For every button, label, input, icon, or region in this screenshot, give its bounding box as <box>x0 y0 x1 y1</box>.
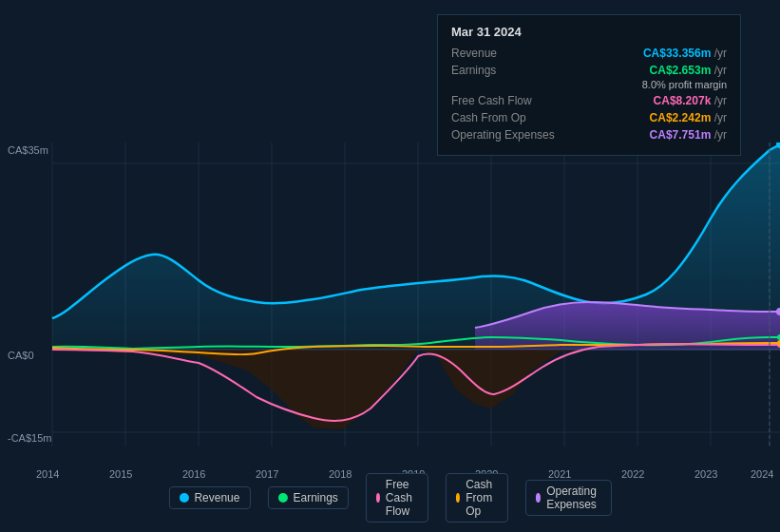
tooltip-label-earnings: Earnings <box>451 64 565 77</box>
x-label-2014: 2014 <box>36 468 59 480</box>
legend-label-earnings: Earnings <box>293 491 337 504</box>
legend-dot-earnings <box>277 493 287 503</box>
tooltip-value-earnings: CA$2.653m /yr <box>650 64 727 77</box>
legend-dot-revenue <box>179 493 188 503</box>
tooltip-label-fcf: Free Cash Flow <box>451 94 565 107</box>
tooltip-label-opex: Operating Expenses <box>451 128 565 142</box>
legend-dot-opex <box>536 493 541 503</box>
tooltip-value-cashfromop: CA$2.242m /yr <box>650 111 727 124</box>
legend-label-cashfromop: Cash From Op <box>466 478 498 518</box>
chart-container: Mar 31 2024 Revenue CA$33.356m /yr Earni… <box>0 0 780 532</box>
chart-svg <box>0 142 780 466</box>
tooltip-value-opex: CA$7.751m /yr <box>650 128 727 142</box>
tooltip-label-cashfromop: Cash From Op <box>451 111 565 124</box>
x-label-2024: 2024 <box>751 468 773 480</box>
legend-dot-fcf <box>376 493 380 503</box>
legend-item-opex[interactable]: Operating Expenses <box>525 480 612 516</box>
tooltip-row-opex: Operating Expenses CA$7.751m /yr <box>451 128 727 142</box>
legend-item-cashfromop[interactable]: Cash From Op <box>446 473 508 522</box>
tooltip-value-fcf: CA$8.207k /yr <box>654 94 727 107</box>
tooltip-date: Mar 31 2024 <box>451 25 727 39</box>
x-label-2023: 2023 <box>694 468 717 480</box>
legend-item-revenue[interactable]: Revenue <box>168 486 250 509</box>
legend-item-earnings[interactable]: Earnings <box>267 486 348 509</box>
tooltip-row-revenue: Revenue CA$33.356m /yr <box>451 47 727 60</box>
legend-label-revenue: Revenue <box>194 491 239 504</box>
legend-item-fcf[interactable]: Free Cash Flow <box>366 473 428 522</box>
tooltip-box: Mar 31 2024 Revenue CA$33.356m /yr Earni… <box>437 14 741 156</box>
fcf-area <box>52 350 780 429</box>
tooltip-label-revenue: Revenue <box>451 47 565 60</box>
legend-dot-cashfromop <box>456 493 460 503</box>
legend-label-opex: Operating Expenses <box>546 484 600 511</box>
legend-label-fcf: Free Cash Flow <box>386 478 418 518</box>
x-label-2022: 2022 <box>621 468 644 480</box>
tooltip-row-fcf: Free Cash Flow CA$8.207k /yr <box>451 94 727 107</box>
tooltip-value-revenue: CA$33.356m /yr <box>643 47 727 60</box>
tooltip-row-cashfromop: Cash From Op CA$2.242m /yr <box>451 111 727 124</box>
x-label-2015: 2015 <box>109 468 132 480</box>
tooltip-profit-margin: 8.0% profit margin <box>451 79 727 90</box>
tooltip-row-earnings: Earnings CA$2.653m /yr <box>451 64 727 77</box>
fcf-line <box>52 344 780 421</box>
legend: Revenue Earnings Free Cash Flow Cash Fro… <box>168 473 611 522</box>
